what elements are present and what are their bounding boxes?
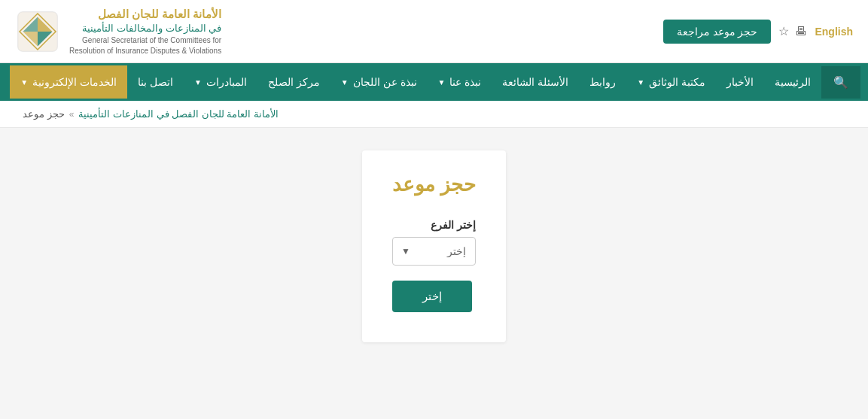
chevron-down-icon-committees: ▼: [341, 78, 349, 87]
nav-label-faq: الأسئلة الشائعة: [502, 76, 568, 88]
chevron-down-icon-init: ▼: [194, 78, 202, 87]
breadcrumb-home-link[interactable]: الأمانة العامة للجان الفصل في المنازعات …: [78, 108, 279, 120]
nav-link-faq[interactable]: الأسئلة الشائعة: [492, 65, 579, 99]
top-bar: English 🖶 ☆ حجز موعد مراجعة الأمانة العا…: [0, 0, 868, 63]
nav-item-reconciliation: مركز الصلح: [257, 65, 330, 99]
branch-label: إختر الفرع: [392, 219, 476, 231]
logo-english-sub1: General Secretariat of the Committees fo…: [69, 35, 221, 46]
nav-link-services[interactable]: الخدمات الإلكترونية ▼: [10, 65, 127, 99]
nav-link-reconciliation[interactable]: مركز الصلح: [257, 65, 330, 99]
logo-area: الأمانة العامة للجان الفصل في المنازعات …: [15, 6, 221, 56]
nav-item-initiatives: المبادرات ▼: [184, 65, 257, 99]
english-link[interactable]: English: [815, 26, 853, 38]
branch-select[interactable]: إختر: [392, 237, 476, 266]
logo-icon: [15, 9, 60, 54]
breadcrumb-current: حجز موعد: [23, 108, 65, 120]
page-card: حجز موعد إختر الفرع إختر ▼ إختر: [362, 150, 506, 342]
nav-item-links: روابط: [579, 65, 626, 99]
form-section: إختر الفرع إختر ▼: [392, 219, 476, 266]
logo-arabic-title: الأمانة العامة للجان الفصل: [69, 6, 221, 22]
breadcrumb-separator: »: [69, 109, 75, 120]
nav-link-main[interactable]: الرئيسية: [764, 65, 821, 99]
page-wrapper: حجز موعد إختر الفرع إختر ▼ إختر: [30, 150, 838, 342]
nav-label-library: مكتبة الوثائق: [649, 76, 705, 88]
nav-link-links[interactable]: روابط: [579, 65, 626, 99]
print-icon[interactable]: 🖶: [795, 25, 807, 38]
breadcrumb: الأمانة العامة للجان الفصل في المنازعات …: [0, 101, 868, 128]
main-content: حجز موعد إختر الفرع إختر ▼ إختر: [0, 128, 868, 419]
nav-label-links: روابط: [589, 76, 616, 88]
search-icon: 🔍: [833, 75, 848, 90]
chevron-down-icon: ▼: [637, 78, 644, 87]
select-wrapper: إختر ▼: [392, 237, 476, 266]
nav-link-committees[interactable]: نبذة عن اللجان ▼: [330, 65, 428, 99]
nav-label-news: الأخبار: [726, 76, 754, 88]
nav-items: الرئيسية الأخبار مكتبة الوثائق ▼ روابط ا…: [8, 65, 821, 99]
navbar: 🔍 الرئيسية الأخبار مكتبة الوثائق ▼ روابط: [0, 63, 868, 101]
star-icon[interactable]: ☆: [778, 24, 789, 38]
nav-item-news: الأخبار: [716, 65, 764, 99]
choose-button[interactable]: إختر: [392, 281, 472, 312]
nav-link-library[interactable]: مكتبة الوثائق ▼: [626, 65, 716, 99]
nav-item-library: مكتبة الوثائق ▼: [626, 65, 716, 99]
nav-item-faq: الأسئلة الشائعة: [492, 65, 579, 99]
nav-item-contact: اتصل بنا: [127, 65, 184, 99]
logo-text: الأمانة العامة للجان الفصل في المنازعات …: [69, 6, 221, 56]
nav-item-main: الرئيسية: [764, 65, 821, 99]
nav-item-committees: نبذة عن اللجان ▼: [330, 65, 428, 99]
nav-link-about[interactable]: نبذة عنا ▼: [428, 65, 492, 99]
nav-label-initiatives: المبادرات: [206, 76, 247, 88]
top-bar-icons: 🖶 ☆: [778, 24, 807, 38]
nav-label-main: الرئيسية: [775, 76, 811, 88]
nav-label-reconciliation: مركز الصلح: [268, 76, 320, 88]
nav-label-contact: اتصل بنا: [138, 76, 173, 88]
nav-item-services: الخدمات الإلكترونية ▼: [10, 65, 127, 99]
chevron-down-icon-about: ▼: [438, 78, 446, 87]
chevron-down-icon-services: ▼: [20, 78, 28, 87]
nav-link-news[interactable]: الأخبار: [716, 65, 764, 99]
book-appointment-button[interactable]: حجز موعد مراجعة: [663, 20, 772, 44]
nav-link-contact[interactable]: اتصل بنا: [127, 65, 184, 99]
top-bar-left: English 🖶 ☆ حجز موعد مراجعة: [663, 20, 853, 44]
page-title: حجز موعد: [392, 173, 476, 196]
nav-label-services: الخدمات الإلكترونية: [32, 76, 117, 88]
logo-english-sub2: Resolution of Insurance Disputes & Viola…: [69, 46, 221, 56]
nav-label-about: نبذة عنا: [449, 76, 481, 88]
nav-label-committees: نبذة عن اللجان: [353, 76, 417, 88]
search-button[interactable]: 🔍: [821, 66, 860, 99]
nav-link-initiatives[interactable]: المبادرات ▼: [184, 65, 257, 99]
nav-item-about: نبذة عنا ▼: [428, 65, 492, 99]
logo-arabic-subtitle: في المنازعات والمخالفات التأمينية: [69, 22, 221, 35]
